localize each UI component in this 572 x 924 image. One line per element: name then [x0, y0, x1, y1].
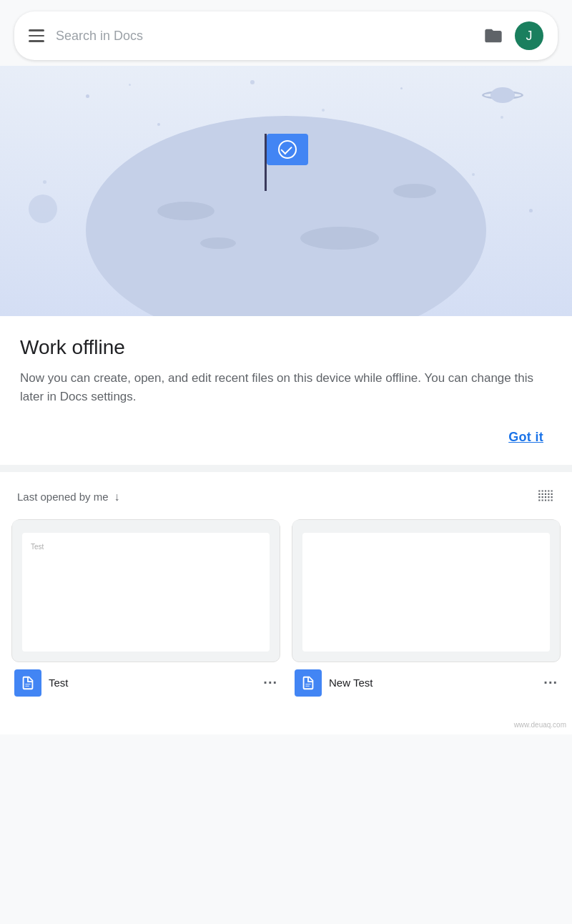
sort-bar: Last opened by me ↓: [0, 472, 572, 519]
doc-thumbnail-text-0: Test: [31, 543, 44, 551]
doc-icon-0: [14, 669, 41, 697]
doc-more-0[interactable]: ···: [263, 674, 277, 691]
saturn-illustration: [490, 87, 515, 103]
watermark: www.deuaq.com: [0, 718, 572, 734]
sort-filter[interactable]: Last opened by me ↓: [17, 491, 120, 503]
search-bar[interactable]: Search in Docs J: [14, 11, 558, 60]
doc-icon-1: [295, 669, 322, 697]
menu-icon[interactable]: [29, 29, 44, 42]
work-offline-card: Work offline Now you can create, open, a…: [0, 316, 572, 465]
document-grid: Test Test ···: [0, 519, 572, 718]
section-divider: [0, 465, 572, 472]
doc-card-1[interactable]: New Test ···: [292, 519, 561, 701]
doc-thumbnail-0: Test: [11, 519, 280, 662]
work-offline-title: Work offline: [20, 336, 552, 359]
doc-thumbnail-1: [292, 519, 561, 662]
search-input[interactable]: Search in Docs: [56, 29, 472, 44]
small-planet-illustration: [29, 195, 57, 223]
doc-card-0[interactable]: Test Test ···: [11, 519, 280, 701]
flag-illustration: [265, 134, 267, 191]
doc-name-1: New Test: [329, 677, 536, 689]
avatar[interactable]: J: [515, 21, 543, 50]
illustration-banner: [0, 66, 572, 316]
sort-arrow-icon: ↓: [114, 491, 120, 503]
sort-label-text: Last opened by me: [17, 491, 109, 503]
work-offline-description: Now you can create, open, and edit recen…: [20, 369, 552, 407]
folder-icon[interactable]: [483, 26, 503, 46]
doc-name-0: Test: [49, 677, 256, 689]
grid-view-toggle[interactable]: [536, 486, 555, 508]
doc-more-1[interactable]: ···: [543, 674, 558, 691]
got-it-button[interactable]: Got it: [500, 424, 552, 451]
